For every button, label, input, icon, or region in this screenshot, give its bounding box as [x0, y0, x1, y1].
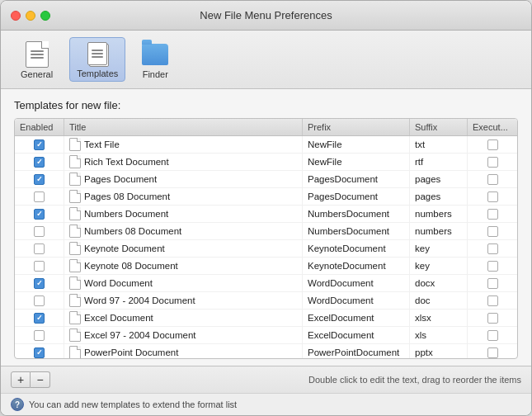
table-body[interactable]: Text FileNewFiletxtRich Text DocumentNew… — [15, 136, 517, 358]
cell-enabled-8 — [15, 275, 64, 291]
cell-enabled-0 — [15, 136, 64, 153]
checkbox-exec-2[interactable] — [487, 174, 498, 185]
checkbox-enabled-5[interactable] — [34, 226, 45, 237]
traffic-lights — [11, 11, 50, 21]
cell-title-2: Pages Document — [64, 171, 303, 187]
cell-enabled-11 — [15, 327, 64, 343]
cell-prefix-2: PagesDocument — [303, 171, 410, 187]
cell-prefix-4: NumbersDocument — [303, 206, 410, 222]
cell-title-1: Rich Text Document — [64, 154, 303, 170]
window: New File Menu Preferences General — [0, 0, 532, 416]
header-prefix: Prefix — [303, 119, 410, 135]
checkbox-enabled-6[interactable] — [34, 243, 45, 254]
checkbox-exec-10[interactable] — [487, 313, 498, 324]
table-row[interactable]: Numbers DocumentNumbersDocumentnumbers — [15, 206, 517, 223]
checkbox-exec-12[interactable] — [487, 347, 498, 358]
checkbox-exec-9[interactable] — [487, 295, 498, 306]
checkbox-exec-0[interactable] — [487, 139, 498, 150]
table-row[interactable]: Pages 08 DocumentPagesDocumentpages — [15, 188, 517, 206]
cell-suffix-2: pages — [410, 171, 468, 187]
cell-exec-6 — [468, 240, 517, 257]
file-icon-9 — [69, 294, 81, 307]
cell-suffix-8: docx — [410, 275, 468, 291]
table-row[interactable]: Numbers 08 DocumentNumbersDocumentnumber… — [15, 223, 517, 240]
checkbox-exec-5[interactable] — [487, 226, 498, 237]
checkbox-exec-8[interactable] — [487, 278, 498, 289]
title-text-10: Excel Document — [84, 313, 153, 323]
checkbox-exec-3[interactable] — [487, 191, 498, 202]
minimize-button[interactable] — [26, 11, 35, 21]
cell-exec-3 — [468, 188, 517, 205]
table-row[interactable]: Word DocumentWordDocumentdocx — [15, 275, 517, 292]
toolbar-btn-templates[interactable]: Templates — [69, 37, 125, 82]
cell-enabled-10 — [15, 310, 64, 326]
table-header: Enabled Title Prefix Suffix Execut... — [15, 119, 517, 136]
checkbox-exec-1[interactable] — [487, 157, 498, 168]
title-text-11: Excel 97 - 2004 Document — [84, 330, 196, 340]
toolbar-btn-general[interactable]: General — [14, 39, 59, 82]
cell-suffix-12: pptx — [410, 344, 468, 358]
checkbox-enabled-0[interactable] — [34, 139, 45, 150]
checkbox-enabled-9[interactable] — [34, 295, 45, 306]
table-row[interactable]: Text FileNewFiletxt — [15, 136, 517, 154]
table-row[interactable]: Rich Text DocumentNewFilertf — [15, 154, 517, 171]
checkbox-exec-4[interactable] — [487, 209, 498, 220]
checkbox-enabled-4[interactable] — [34, 209, 45, 220]
checkbox-exec-7[interactable] — [487, 261, 498, 272]
checkbox-enabled-11[interactable] — [34, 330, 45, 341]
cell-title-9: Word 97 - 2004 Document — [64, 292, 303, 309]
title-bar: New File Menu Preferences — [1, 1, 531, 31]
cell-title-6: Keynote Document — [64, 240, 303, 257]
cell-prefix-12: PowerPointDocument — [303, 344, 410, 358]
checkbox-exec-11[interactable] — [487, 330, 498, 341]
checkbox-enabled-1[interactable] — [34, 157, 45, 168]
toolbar-label-templates: Templates — [77, 69, 118, 78]
table-row[interactable]: Excel DocumentExcelDocumentxlsx — [15, 310, 517, 327]
header-title: Title — [64, 119, 303, 135]
maximize-button[interactable] — [40, 11, 50, 21]
toolbar-btn-finder[interactable]: Finder — [135, 39, 175, 82]
cell-suffix-5: numbers — [410, 223, 468, 239]
table-row[interactable]: Keynote DocumentKeynoteDocumentkey — [15, 240, 517, 258]
file-icon-6 — [69, 242, 81, 255]
header-enabled: Enabled — [15, 119, 64, 135]
remove-template-button[interactable]: − — [31, 371, 50, 388]
add-template-button[interactable]: + — [11, 371, 31, 388]
toolbar-label-finder: Finder — [143, 69, 168, 79]
cell-suffix-3: pages — [410, 188, 468, 205]
cell-exec-1 — [468, 154, 517, 170]
checkbox-enabled-8[interactable] — [34, 278, 45, 289]
cell-prefix-3: PagesDocument — [303, 188, 410, 205]
section-title: Templates for new file: — [14, 99, 518, 111]
title-text-5: Numbers 08 Document — [84, 226, 181, 236]
table-row[interactable]: Word 97 - 2004 DocumentWordDocumentdoc — [15, 292, 517, 310]
title-text-3: Pages 08 Document — [84, 191, 170, 201]
checkbox-enabled-7[interactable] — [34, 261, 45, 272]
cell-title-0: Text File — [64, 136, 303, 153]
general-icon — [24, 41, 50, 68]
title-text-12: PowerPoint Document — [84, 347, 178, 357]
cell-title-5: Numbers 08 Document — [64, 223, 303, 239]
cell-suffix-9: doc — [410, 292, 468, 309]
cell-enabled-1 — [15, 154, 64, 170]
checkbox-enabled-12[interactable] — [34, 347, 45, 358]
table-row[interactable]: Pages DocumentPagesDocumentpages — [15, 171, 517, 188]
title-text-9: Word 97 - 2004 Document — [84, 295, 195, 305]
help-button[interactable]: ? — [11, 398, 24, 411]
cell-prefix-10: ExcelDocument — [303, 310, 410, 326]
file-icon-2 — [69, 173, 81, 186]
cell-prefix-8: WordDocument — [303, 275, 410, 291]
header-exec: Execut... — [468, 119, 517, 135]
cell-suffix-6: key — [410, 240, 468, 257]
checkbox-exec-6[interactable] — [487, 243, 498, 254]
cell-enabled-12 — [15, 344, 64, 358]
close-button[interactable] — [11, 11, 21, 21]
checkbox-enabled-3[interactable] — [34, 191, 45, 202]
checkbox-enabled-2[interactable] — [34, 174, 45, 185]
table-row[interactable]: Excel 97 - 2004 DocumentExcelDocumentxls — [15, 327, 517, 344]
table-row[interactable]: Keynote 08 DocumentKeynoteDocumentkey — [15, 258, 517, 275]
main-content: Templates for new file: Enabled Title Pr… — [1, 89, 531, 366]
cell-exec-0 — [468, 136, 517, 153]
table-row[interactable]: PowerPoint DocumentPowerPointDocumentppt… — [15, 344, 517, 358]
checkbox-enabled-10[interactable] — [34, 313, 45, 324]
